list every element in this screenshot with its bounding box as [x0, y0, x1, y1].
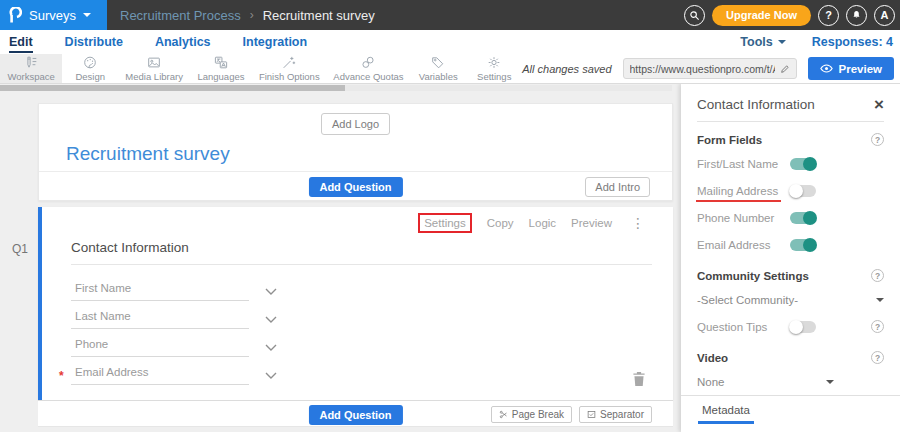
field-email-address[interactable]: * Email Address — [71, 358, 249, 385]
field-phone[interactable]: * Phone — [71, 330, 249, 357]
toolbar-item-advance-quotas[interactable]: Advance Quotas — [327, 54, 411, 83]
panel-footer-divider — [681, 395, 900, 396]
toggle-label: Email Address — [697, 239, 771, 251]
phone-number-toggle[interactable] — [790, 212, 816, 224]
edit-pencil-icon[interactable] — [780, 64, 790, 74]
help-icon[interactable]: ? — [871, 269, 884, 282]
checkbox-icon — [587, 410, 596, 419]
caret-down-icon — [826, 380, 834, 384]
top-bar: Surveys Recruitment Process › Recruitmen… — [0, 0, 900, 30]
toolbar-item-finish-options[interactable]: Finish Options — [252, 54, 327, 83]
toolbar-item-design[interactable]: Design — [62, 54, 118, 83]
add-intro-button[interactable]: Add Intro — [585, 177, 650, 197]
chevron-down-icon[interactable] — [265, 285, 277, 297]
help-icon[interactable]: ? — [871, 133, 884, 146]
page-break-button[interactable]: Page Break — [491, 406, 572, 423]
horizontal-scrollbar[interactable] — [0, 85, 672, 91]
tools-menu[interactable]: Tools — [740, 35, 785, 49]
toggle-row-first-last-name: First/Last Name — [681, 150, 900, 177]
toolbar-item-workspace[interactable]: Workspace — [0, 54, 62, 83]
delete-question-button[interactable] — [632, 371, 646, 391]
question-copy-button[interactable]: Copy — [487, 217, 514, 229]
video-select-value: None — [697, 376, 725, 388]
toolbar-item-variables[interactable]: Variables — [410, 54, 466, 83]
tab-edit[interactable]: Edit — [9, 32, 33, 53]
tab-integration[interactable]: Integration — [243, 32, 308, 53]
toggle-knob — [803, 211, 817, 225]
help-button[interactable]: ? — [818, 5, 839, 26]
required-marker: * — [59, 369, 64, 383]
caret-down-icon — [778, 40, 786, 44]
separator-button[interactable]: Separator — [579, 406, 652, 423]
chevron-down-icon[interactable] — [265, 369, 277, 381]
toolbar-item-languages[interactable]: Languages — [190, 54, 252, 83]
survey-header-actions: Add Question Add Intro — [39, 171, 672, 200]
survey-title[interactable]: Recruitment survey — [66, 143, 230, 165]
tools-label: Tools — [740, 35, 772, 49]
chevron-down-icon[interactable] — [265, 313, 277, 325]
question-logic-button[interactable]: Logic — [529, 217, 557, 229]
tab-metadata[interactable]: Metadata — [698, 404, 754, 424]
question-heading[interactable]: Contact Information — [71, 240, 189, 255]
form-fields-section-header: Form Fields ? — [681, 122, 900, 150]
tab-distribute[interactable]: Distribute — [65, 32, 123, 53]
field-last-name[interactable]: * Last Name — [71, 302, 249, 329]
tab-analytics[interactable]: Analytics — [155, 32, 211, 53]
field-label: First Name — [75, 282, 131, 294]
question-more-menu[interactable]: ⋮ — [631, 215, 645, 231]
help-icon[interactable]: ? — [871, 351, 884, 364]
scrollbar-thumb[interactable] — [0, 85, 345, 91]
editor-nav: Edit Distribute Analytics Integration To… — [0, 30, 900, 54]
survey-url-field[interactable]: https://www.questionpro.com/t/APNrFZ — [623, 58, 797, 79]
toolbar-item-settings[interactable]: Settings — [466, 54, 522, 83]
community-select[interactable]: -Select Community- — [681, 286, 900, 313]
toggle-knob — [789, 184, 803, 198]
panel-header: Contact Information × — [681, 84, 900, 121]
mailing-address-toggle[interactable] — [790, 185, 816, 197]
first-last-name-toggle[interactable] — [790, 158, 816, 170]
field-label: Phone — [75, 338, 108, 350]
add-question-button-bottom[interactable]: Add Question — [308, 405, 402, 425]
product-name: Surveys — [29, 8, 76, 23]
email-address-toggle[interactable] — [790, 239, 816, 251]
video-select[interactable]: None — [681, 368, 900, 395]
toolbar-item-label: Media Library — [125, 71, 183, 82]
product-menu[interactable]: Surveys — [0, 0, 107, 30]
trash-icon — [632, 371, 646, 387]
question-tips-toggle[interactable] — [790, 321, 816, 333]
add-logo-button[interactable]: Add Logo — [321, 113, 390, 135]
advance-quotas-links-icon — [360, 55, 376, 70]
chevron-down-icon[interactable] — [265, 341, 277, 353]
upgrade-now-button[interactable]: Upgrade Now — [712, 5, 811, 26]
question-toolbar: Settings Copy Logic Preview ⋮ — [418, 213, 645, 233]
preview-button[interactable]: Preview — [808, 57, 894, 80]
toggle-label: Mailing Address — [697, 185, 778, 197]
avatar[interactable]: A — [874, 5, 895, 26]
question-settings-button[interactable]: Settings — [418, 213, 472, 233]
close-icon[interactable]: × — [874, 99, 884, 111]
video-section-header: Video ? — [681, 340, 900, 368]
toggle-row-email-address: Email Address — [681, 231, 900, 258]
breadcrumb-separator: › — [250, 8, 254, 22]
page-break-label: Page Break — [512, 409, 564, 420]
questionpro-survey-editor: Surveys Recruitment Process › Recruitmen… — [0, 0, 900, 432]
breadcrumb-parent[interactable]: Recruitment Process — [120, 8, 241, 23]
search-button[interactable] — [684, 5, 705, 26]
topbar-actions: Upgrade Now ? A — [684, 5, 900, 26]
question-preview-button[interactable]: Preview — [571, 217, 612, 229]
question-number: Q1 — [12, 242, 28, 256]
add-question-button[interactable]: Add Question — [308, 177, 402, 197]
community-settings-heading: Community Settings — [697, 270, 809, 282]
field-first-name[interactable]: * First Name — [71, 274, 249, 301]
notifications-button[interactable] — [846, 5, 867, 26]
languages-translate-icon — [213, 55, 229, 70]
toggle-label: Phone Number — [697, 212, 774, 224]
responses-link[interactable]: Responses: 4 — [812, 35, 893, 49]
breadcrumb: Recruitment Process › Recruitment survey — [120, 8, 375, 23]
help-icon[interactable]: ? — [871, 320, 884, 333]
design-palette-icon — [82, 55, 98, 70]
toolbar-item-label: Settings — [477, 71, 511, 82]
preview-label: Preview — [839, 63, 882, 75]
toggle-row-phone-number: Phone Number — [681, 204, 900, 231]
toolbar-item-media-library[interactable]: Media Library — [118, 54, 190, 83]
